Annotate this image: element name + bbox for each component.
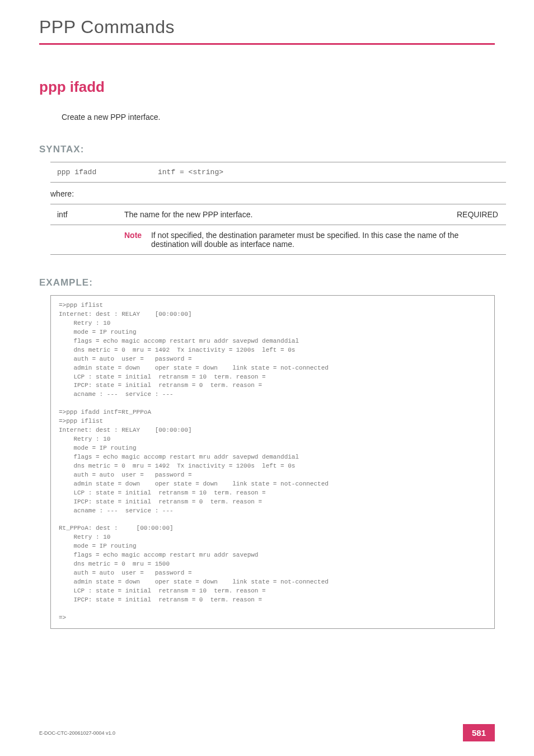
param-note-row: Note If not specified, the destination p… <box>50 225 506 255</box>
param-required: REQUIRED <box>450 204 506 225</box>
param-table: intf The name for the new PPP interface.… <box>50 204 506 255</box>
note-text: If not specified, the destination parame… <box>151 231 498 249</box>
example-heading: EXAMPLE: <box>39 277 495 288</box>
syntax-table: ppp ifadd intf = <string> <box>50 162 506 183</box>
footer: E-DOC-CTC-20061027-0004 v1.0 581 <box>39 724 495 741</box>
syntax-heading: SYNTAX: <box>39 144 495 155</box>
param-desc: The name for the new PPP interface. <box>118 204 450 225</box>
chapter-title: PPP Commands <box>39 17 495 38</box>
doc-id: E-DOC-CTC-20061027-0004 v1.0 <box>39 730 115 736</box>
param-row: intf The name for the new PPP interface.… <box>50 204 506 225</box>
syntax-args: intf = <string> <box>151 162 506 183</box>
param-note-spacer <box>50 225 118 255</box>
param-name: intf <box>50 204 118 225</box>
param-note-cell: Note If not specified, the destination p… <box>118 225 506 255</box>
command-description: Create a new PPP interface. <box>62 113 495 122</box>
example-code: =>ppp iflist Internet: dest : RELAY [00:… <box>50 295 495 629</box>
note-label: Note <box>124 231 149 240</box>
command-title: ppp ifadd <box>39 78 495 96</box>
syntax-cmd: ppp ifadd <box>50 162 151 183</box>
where-label: where: <box>50 189 495 198</box>
title-rule <box>39 43 495 45</box>
page-number: 581 <box>463 724 495 741</box>
